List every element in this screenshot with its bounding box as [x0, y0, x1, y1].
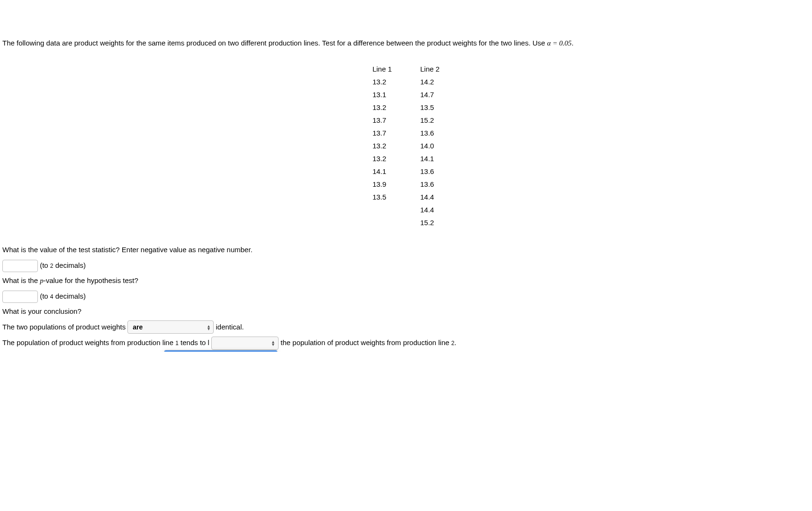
table-cell: 13.2: [358, 152, 406, 165]
data-table-container: Line 1 Line 2 13.214.213.114.713.213.513…: [0, 63, 812, 229]
conclusion-line2-suffix1: the population of product weights from p…: [280, 338, 451, 347]
intro-text: The following data are product weights f…: [2, 39, 547, 47]
table-cell: 13.2: [358, 139, 406, 152]
table-row: 14.113.6: [358, 165, 454, 178]
table-cell: [358, 216, 406, 229]
q2-decnum: 4: [50, 293, 54, 300]
q2-suffix: -value for the hypothesis test?: [44, 276, 138, 284]
p-value-input[interactable]: [2, 291, 38, 303]
table-row: 13.713.6: [358, 127, 454, 139]
table-cell: 13.2: [358, 75, 406, 88]
test-statistic-input[interactable]: [2, 260, 38, 272]
header-line2: Line 2: [406, 63, 454, 75]
table-row: 14.4: [358, 203, 454, 216]
table-cell: 14.2: [406, 75, 454, 88]
dropdown-option-placeholder[interactable]: ✓- Select your answer -: [164, 350, 277, 352]
table-cell: 13.6: [406, 127, 454, 139]
line-number-1: 1: [175, 340, 179, 347]
table-cell: 13.7: [358, 114, 406, 127]
conclusion-line1-prefix: The two populations of product weights: [2, 323, 127, 331]
conclusion-line2-prefix: The population of product weights from p…: [2, 338, 175, 347]
identical-select[interactable]: are: [127, 320, 214, 334]
conclusion-line1-suffix: identical.: [216, 323, 244, 331]
header-line1: Line 1: [358, 63, 406, 75]
q2-prefix: What is the: [2, 276, 40, 284]
conclusion-line2-suffix2: .: [454, 338, 456, 347]
table-cell: [358, 203, 406, 216]
table-row: 13.214.2: [358, 75, 454, 88]
table-cell: 13.2: [358, 101, 406, 114]
table-cell: 14.7: [406, 88, 454, 101]
q1-prompt: What is the value of the test statistic?…: [2, 243, 810, 257]
table-row: 13.214.1: [358, 152, 454, 165]
table-row: 13.114.7: [358, 88, 454, 101]
table-row: 13.913.6: [358, 178, 454, 191]
intro-period: .: [572, 39, 574, 47]
q1-suffix2: decimals): [54, 261, 86, 269]
select-arrows-icon: ▴▾: [272, 340, 274, 346]
comparison-select[interactable]: ▴▾: [211, 337, 279, 350]
table-cell: 14.0: [406, 139, 454, 152]
table-cell: 13.6: [406, 178, 454, 191]
table-cell: 13.6: [406, 165, 454, 178]
problem-statement: The following data are product weights f…: [0, 0, 812, 53]
table-row: 13.213.5: [358, 101, 454, 114]
table-cell: 15.2: [406, 216, 454, 229]
table-cell: 15.2: [406, 114, 454, 127]
table-row: 13.715.2: [358, 114, 454, 127]
table-cell: 14.1: [358, 165, 406, 178]
q3-prompt: What is your conclusion?: [2, 305, 810, 319]
table-row: 15.2: [358, 216, 454, 229]
q1-decnum: 2: [50, 263, 54, 269]
table-row: 13.214.0: [358, 139, 454, 152]
q2-suffix1: (to: [40, 292, 50, 300]
table-cell: 13.5: [406, 101, 454, 114]
q2-p: p: [40, 277, 44, 284]
table-cell: 14.4: [406, 191, 454, 203]
q2-suffix2: decimals): [54, 292, 86, 300]
conclusion-line2-mid: tends to l: [179, 338, 209, 347]
table-cell: 13.1: [358, 88, 406, 101]
table-cell: 13.9: [358, 178, 406, 191]
table-row: 13.514.4: [358, 191, 454, 203]
table-cell: 13.5: [358, 191, 406, 203]
table-cell: 14.4: [406, 203, 454, 216]
table-cell: 14.1: [406, 152, 454, 165]
q1-suffix1: (to: [40, 261, 50, 269]
data-table: Line 1 Line 2 13.214.213.114.713.213.513…: [358, 63, 454, 229]
comparison-dropdown: ✓- Select your answer - less than more t…: [164, 350, 278, 352]
table-header-row: Line 1 Line 2: [358, 63, 454, 75]
table-cell: 13.7: [358, 127, 406, 139]
alpha-expression: α = 0.05: [547, 39, 572, 47]
